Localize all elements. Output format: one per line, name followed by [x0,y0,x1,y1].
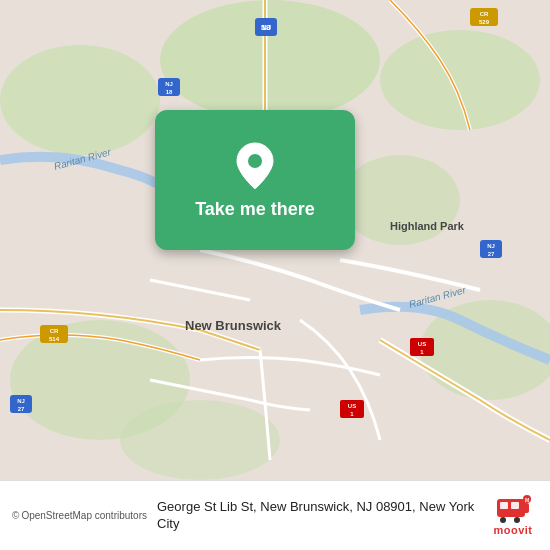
svg-text:CR: CR [50,328,59,334]
moovit-bus-icon: M [495,495,531,523]
svg-point-7 [120,400,280,480]
moovit-text: moovit [493,524,532,536]
bottom-bar: © OpenStreetMap contributors George St L… [0,480,550,550]
svg-point-3 [380,30,540,130]
svg-text:M: M [525,497,529,503]
openstreetmap-text: OpenStreetMap contributors [21,510,147,521]
svg-text:New Brunswick: New Brunswick [185,318,282,333]
svg-point-42 [500,517,506,523]
svg-text:US: US [418,341,426,347]
svg-text:27: 27 [488,251,495,257]
svg-text:27: 27 [18,406,25,412]
svg-text:18: 18 [262,23,271,32]
svg-point-43 [514,517,520,523]
openstreetmap-credit: © OpenStreetMap contributors [12,510,147,521]
svg-text:514: 514 [49,336,60,342]
svg-text:NJ: NJ [17,398,25,404]
take-me-there-button[interactable]: Take me there [155,110,355,250]
copyright-icon: © [12,510,19,521]
svg-text:529: 529 [479,19,490,25]
svg-point-38 [248,154,262,168]
location-pin-icon [233,141,277,191]
svg-text:NJ: NJ [165,81,173,87]
take-me-there-label: Take me there [195,199,315,220]
svg-rect-40 [500,502,508,509]
svg-text:NJ: NJ [487,243,495,249]
moovit-logo: M moovit [488,495,538,536]
svg-text:CR: CR [480,11,489,17]
map-container: NJ 18 NJ 18 CR 529 NJ 27 NJ 27 CR 514 US… [0,0,550,480]
svg-text:Highland Park: Highland Park [390,220,465,232]
svg-text:18: 18 [166,89,173,95]
address-text: George St Lib St, New Brunswick, NJ 0890… [157,499,478,533]
svg-point-2 [0,45,160,155]
svg-text:US: US [348,403,356,409]
svg-rect-41 [511,502,519,509]
svg-rect-44 [523,503,529,513]
